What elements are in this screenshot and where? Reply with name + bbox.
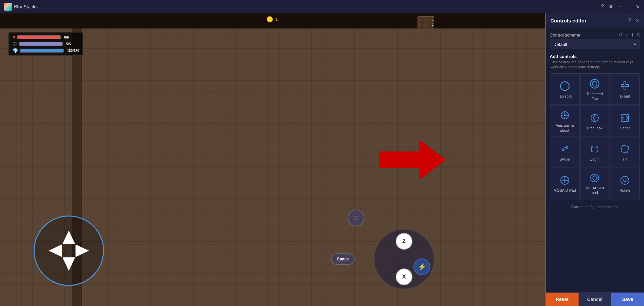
scheme-import-icon[interactable]: ⬆ bbox=[631, 32, 635, 38]
controls-grid: Tap spot RepeatedTap bbox=[550, 73, 640, 199]
control-item-moba-dpad[interactable]: MOBA D-Pad bbox=[550, 168, 580, 199]
help-icon[interactable]: ? bbox=[601, 4, 604, 10]
app-title: BlueStacks bbox=[14, 4, 38, 9]
panel-body: Control scheme ↺ ↑ ⬆ ⎘ Default ▾ Add con… bbox=[546, 28, 644, 292]
panel-header-icons: ? ✕ bbox=[628, 17, 639, 24]
tilt-label: Tilt bbox=[623, 157, 627, 162]
dpad-up[interactable]: Up bbox=[62, 231, 75, 244]
control-item-rotate[interactable]: Rotate bbox=[610, 168, 640, 199]
inventory-button[interactable]: ⋮⋮⋮ bbox=[417, 16, 434, 29]
repeated-tap-label: RepeatedTap bbox=[587, 91, 603, 101]
moba-dpad-label: MOBA D-Pad bbox=[554, 188, 576, 193]
scheme-export-icon[interactable]: ↑ bbox=[626, 32, 628, 38]
space-button[interactable]: Space bbox=[331, 253, 355, 265]
game-area: ♥ 6/6 🛡 5/5 💎 180/180 bbox=[0, 13, 545, 306]
script-label: Script bbox=[620, 126, 630, 130]
reset-button[interactable]: Reset bbox=[546, 293, 579, 306]
scheme-dropdown-arrow: ▾ bbox=[634, 42, 636, 47]
dpad-ring: Up Down Left Right bbox=[34, 216, 104, 286]
svg-point-9 bbox=[564, 114, 566, 116]
control-scheme-section: Control scheme ↺ ↑ ⬆ ⎘ Default ▾ bbox=[550, 32, 640, 49]
tilt-icon bbox=[620, 144, 630, 154]
control-item-repeated-tap[interactable]: RepeatedTap bbox=[580, 74, 610, 105]
svg-point-1 bbox=[590, 79, 599, 88]
controls-panel: Controls editor ? ✕ Control scheme ↺ ↑ ⬆… bbox=[545, 13, 644, 306]
main-area: ♥ 6/6 🛡 5/5 💎 180/180 bbox=[0, 13, 644, 306]
free-look-label: Free look bbox=[587, 126, 603, 130]
control-item-swipe[interactable]: Swipe bbox=[550, 137, 580, 167]
dpad-label: D-pad bbox=[620, 94, 630, 99]
zoom-icon bbox=[590, 144, 600, 154]
panel-help-icon[interactable]: ? bbox=[628, 17, 631, 24]
repeated-tap-icon bbox=[590, 79, 600, 89]
svg-point-11 bbox=[593, 117, 596, 119]
mp-label: 5/5 bbox=[66, 42, 71, 46]
cancel-button[interactable]: Cancel bbox=[579, 293, 611, 306]
red-arrow bbox=[379, 140, 446, 180]
control-item-zoom[interactable]: Zoom bbox=[580, 137, 610, 167]
app-logo: BlueStacks bbox=[4, 3, 38, 11]
menu-icon[interactable]: ≡ bbox=[609, 4, 612, 10]
scheme-copy-icon[interactable]: ⎘ bbox=[637, 32, 640, 38]
dpad-cross: Up Down Left Right bbox=[49, 231, 89, 271]
smiley-icon: ☺ bbox=[352, 213, 360, 222]
coin-icon: 🟡 bbox=[266, 16, 273, 22]
dpad-left[interactable]: Left bbox=[49, 244, 62, 257]
control-item-free-look[interactable]: Free look bbox=[580, 105, 610, 136]
magic-icon: 💎 bbox=[12, 48, 18, 53]
dpad-right[interactable]: Right bbox=[76, 244, 89, 257]
scheme-upload-icon[interactable]: ↺ bbox=[619, 32, 623, 38]
svg-point-28 bbox=[624, 179, 626, 182]
control-item-aim[interactable]: Aim, pan &shoot bbox=[550, 105, 580, 136]
mp-bar-bg bbox=[19, 42, 63, 46]
control-item-tap-spot[interactable]: Tap spot bbox=[550, 74, 580, 105]
aim-icon bbox=[560, 110, 570, 120]
dpad-down[interactable]: Down bbox=[62, 257, 75, 271]
free-look-icon bbox=[590, 113, 600, 123]
add-controls-desc: Click or drag the actions on the screen … bbox=[550, 60, 640, 70]
lightning-button[interactable]: ⚡ bbox=[413, 258, 430, 275]
save-button[interactable]: Save bbox=[611, 293, 644, 306]
gold-bar-bg bbox=[20, 49, 64, 53]
dpad-container[interactable]: Up Down Left Right bbox=[34, 216, 104, 286]
arrow-body bbox=[379, 151, 426, 168]
control-item-moba-skill[interactable]: MOBA Skillpad bbox=[580, 168, 610, 199]
minimize-icon[interactable]: ─ bbox=[618, 4, 622, 10]
smiley-button[interactable]: ☺ bbox=[348, 209, 364, 226]
action-buttons: Z X ⚡ Space ☺ bbox=[374, 229, 434, 289]
bluestacks-logo-icon bbox=[4, 3, 12, 11]
hud-panel: ♥ 6/6 🛡 5/5 💎 180/180 bbox=[8, 32, 83, 56]
arrow-head bbox=[419, 140, 446, 180]
control-scheme-label: Control scheme bbox=[550, 33, 580, 38]
dpad-left-label: Left bbox=[38, 249, 45, 253]
panel-header: Controls editor ? ✕ bbox=[546, 13, 644, 28]
script-icon bbox=[620, 113, 630, 123]
gold-bar-fill bbox=[20, 49, 63, 52]
mp-bar-fill bbox=[19, 42, 62, 46]
zoom-label: Zoom bbox=[590, 157, 599, 162]
control-item-tilt[interactable]: Tilt bbox=[610, 137, 640, 167]
close-icon[interactable]: ✕ bbox=[636, 4, 640, 10]
moba-dpad-icon bbox=[560, 175, 570, 185]
svg-rect-18 bbox=[621, 145, 629, 153]
rotate-icon bbox=[620, 175, 630, 185]
x-button[interactable]: X bbox=[396, 268, 412, 285]
maximize-icon[interactable]: □ bbox=[627, 4, 630, 10]
control-item-dpad[interactable]: D-pad bbox=[610, 74, 640, 105]
scheme-select[interactable]: Default ▾ bbox=[550, 40, 640, 49]
rotate-label: Rotate bbox=[620, 188, 630, 193]
swipe-label: Swipe bbox=[560, 157, 570, 162]
mp-row: 🛡 5/5 bbox=[12, 41, 79, 47]
coin-count: 0 bbox=[276, 17, 279, 22]
panel-close-icon[interactable]: ✕ bbox=[635, 17, 639, 24]
scheme-value: Default bbox=[553, 42, 567, 47]
dpad-right-label: Right bbox=[92, 249, 102, 253]
control-item-script[interactable]: Script bbox=[610, 105, 640, 136]
lightning-icon: ⚡ bbox=[418, 263, 426, 271]
z-button[interactable]: Z bbox=[396, 233, 412, 250]
panel-title: Controls editor bbox=[550, 18, 587, 23]
swipe-icon bbox=[560, 144, 570, 154]
svg-point-3 bbox=[624, 85, 626, 87]
control-scheme-icons: ↺ ↑ ⬆ ⎘ bbox=[619, 32, 640, 38]
svg-point-0 bbox=[560, 82, 569, 90]
